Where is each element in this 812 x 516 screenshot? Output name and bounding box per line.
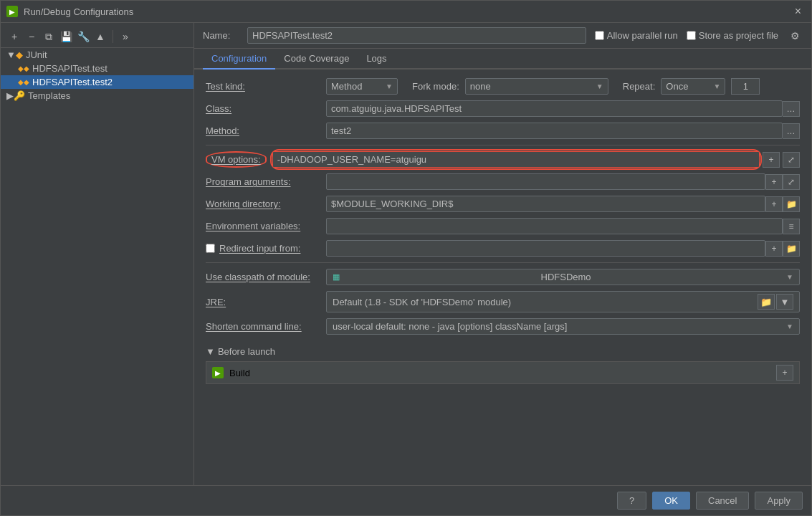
form-area: Test kind: Method ▼ Fork mode: none ▼ Re… <box>194 70 811 485</box>
fork-mode-label: Fork mode: <box>412 81 459 92</box>
working-dir-add-button[interactable]: + <box>765 196 783 212</box>
env-vars-label: Environment variables: <box>206 221 320 231</box>
allow-parallel-checkbox[interactable] <box>595 31 604 40</box>
program-args-input[interactable] <box>326 173 765 190</box>
save-config-button[interactable]: 💾 <box>58 29 74 44</box>
junit-label: JUnit <box>26 49 47 60</box>
ok-button[interactable]: OK <box>652 492 690 510</box>
jre-folder-button[interactable]: 📁 <box>758 294 775 310</box>
redirect-input-group: + 📁 <box>326 240 800 257</box>
env-vars-input[interactable] <box>326 218 783 234</box>
apply-button[interactable]: Apply <box>755 492 803 510</box>
working-dir-browse-button[interactable]: 📁 <box>783 196 800 212</box>
test2-label: HDFSAPITest.test2 <box>32 77 113 87</box>
working-dir-label: Working directory: <box>206 199 320 209</box>
junit-node[interactable]: ▼ ◆ JUnit <box>1 48 194 62</box>
sidebar-toolbar: + − ⧉ 💾 🔧 ▲ » <box>1 26 194 48</box>
build-add-button[interactable]: + <box>776 365 793 381</box>
more-button[interactable]: » <box>118 29 133 44</box>
test-kind-arrow: ▼ <box>386 82 393 90</box>
allow-parallel-label[interactable]: Allow parallel run <box>595 30 678 41</box>
test-kind-row: Test kind: Method ▼ Fork mode: none ▼ Re… <box>206 78 800 95</box>
class-input[interactable] <box>326 100 783 117</box>
class-row: Class: … <box>206 100 800 117</box>
run-debug-dialog: ▶ Run/Debug Configurations × + − ⧉ 💾 🔧 ▲… <box>0 0 812 516</box>
vm-label-wrapper: VM options: <box>206 151 267 168</box>
test2-node[interactable]: ◆◆ HDFSAPITest.test2 <box>1 75 194 89</box>
cancel-button[interactable]: Cancel <box>696 492 749 510</box>
classpath-row: Use classpath of module: ▦ HDFSDemo ▼ <box>206 269 800 285</box>
method-browse-button[interactable]: … <box>783 123 800 139</box>
add-config-button[interactable]: + <box>6 29 22 44</box>
env-vars-group: ≡ <box>326 218 800 234</box>
redirect-label: Redirect input from: <box>219 243 300 254</box>
divider1 <box>206 145 800 145</box>
wrench-button[interactable]: 🔧 <box>75 29 91 44</box>
remove-config-button[interactable]: − <box>24 29 39 44</box>
test1-icon: ◆◆ <box>18 64 29 72</box>
close-button[interactable]: × <box>790 4 806 19</box>
class-label: Class: <box>206 103 320 114</box>
toolbar-separator <box>113 30 113 43</box>
before-launch-arrow: ▼ <box>206 346 215 357</box>
test2-icon: ◆◆ <box>18 78 29 86</box>
test1-node[interactable]: ◆◆ HDFSAPITest.test <box>1 62 194 75</box>
test1-label: HDFSAPITest.test <box>32 63 108 74</box>
working-dir-group: + 📁 <box>326 196 800 212</box>
settings-gear-button[interactable]: ⚙ <box>787 28 803 44</box>
args-expand-button[interactable]: + <box>765 174 783 190</box>
repeat-arrow: ▼ <box>713 82 720 90</box>
redirect-checkbox-group: Redirect input from: <box>206 243 320 254</box>
redirect-input[interactable] <box>326 240 765 257</box>
repeat-select[interactable]: Once ▼ <box>661 78 725 95</box>
shorten-label: Shorten command line: <box>206 321 320 332</box>
tab-configuration[interactable]: Configuration <box>203 49 275 70</box>
shorten-row: Shorten command line: user-local default… <box>206 318 800 335</box>
jre-value: Default (1.8 - SDK of 'HDFSDemo' module) <box>333 297 511 307</box>
redirect-add-button[interactable]: + <box>765 241 783 257</box>
method-input[interactable] <box>326 123 783 139</box>
program-args-label: Program arguments: <box>206 176 320 187</box>
before-launch-header[interactable]: ▼ Before launch <box>206 340 800 360</box>
class-input-group: … <box>326 100 800 117</box>
redirect-browse-button[interactable]: 📁 <box>783 241 800 257</box>
test-kind-select[interactable]: Method ▼ <box>326 78 398 95</box>
store-project-label[interactable]: Store as project file <box>687 30 778 41</box>
copy-config-button[interactable]: ⧉ <box>41 29 57 44</box>
vm-options-input[interactable] <box>272 151 760 168</box>
name-options-row: Name: Allow parallel run Store as projec… <box>194 23 811 49</box>
store-project-checkbox[interactable] <box>687 31 696 40</box>
env-vars-browse-button[interactable]: ≡ <box>783 219 800 234</box>
templates-icon: 🔑 <box>14 90 25 101</box>
classpath-label: Use classpath of module: <box>206 272 320 282</box>
vm-fullscreen-button[interactable]: ⤢ <box>783 152 800 168</box>
tab-code-coverage[interactable]: Code Coverage <box>275 49 358 70</box>
fork-mode-select[interactable]: none ▼ <box>465 78 608 95</box>
jre-dropdown[interactable]: Default (1.8 - SDK of 'HDFSDemo' module)… <box>326 291 800 312</box>
name-input[interactable] <box>247 27 586 44</box>
build-action-buttons: + <box>776 365 793 381</box>
args-fullscreen-button[interactable]: ⤢ <box>783 174 800 190</box>
repeat-value: Once <box>666 81 688 92</box>
dialog-title: Run/Debug Configurations <box>24 6 785 17</box>
jre-label: JRE: <box>206 297 320 307</box>
classpath-dropdown[interactable]: ▦ HDFSDemo ▼ <box>326 269 800 285</box>
vm-expand-button[interactable]: + <box>763 152 780 168</box>
class-browse-button[interactable]: … <box>783 101 800 117</box>
dialog-icon: ▶ <box>6 6 18 17</box>
help-button[interactable]: ? <box>617 492 646 510</box>
redirect-checkbox[interactable] <box>206 244 215 253</box>
junit-icon: ◆ <box>16 49 23 60</box>
shorten-arrow: ▼ <box>786 322 793 330</box>
classpath-arrow: ▼ <box>786 273 793 281</box>
title-bar: ▶ Run/Debug Configurations × <box>1 1 811 23</box>
shorten-dropdown[interactable]: user-local default: none - java [options… <box>326 318 800 335</box>
sidebar: + − ⧉ 💾 🔧 ▲ » ▼ ◆ JUnit ◆◆ HDFSAPITest.t… <box>1 23 194 485</box>
redirect-row: Redirect input from: + 📁 <box>206 240 800 257</box>
jre-dropdown-button[interactable]: ▼ <box>776 294 793 310</box>
working-dir-input[interactable] <box>326 196 765 212</box>
tab-logs[interactable]: Logs <box>358 49 395 70</box>
templates-node[interactable]: ▶ 🔑 Templates <box>1 89 194 102</box>
repeat-count: 1 <box>731 78 760 95</box>
sort-button[interactable]: ▲ <box>92 29 108 44</box>
